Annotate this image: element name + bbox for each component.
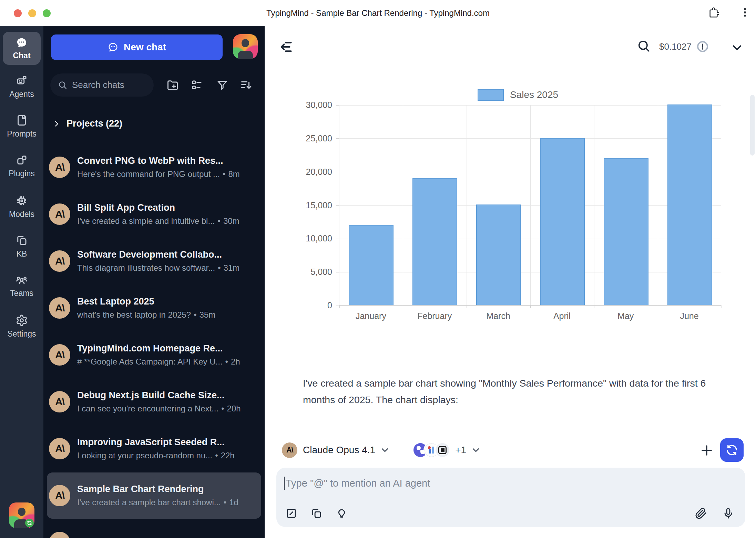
edit-canvas-icon[interactable] xyxy=(285,507,297,519)
chat-list-item[interactable]: A\Best Laptop 2025what's the best laptop… xyxy=(47,285,261,331)
anthropic-logo: A\ xyxy=(49,438,70,459)
chart-x-axis: JanuaryFebruaryMarchAprilMayJune xyxy=(339,311,721,321)
plugins-selector[interactable] xyxy=(412,442,450,458)
chat-preview: I can see you're encountering a Next...•… xyxy=(77,404,241,414)
chart-bar xyxy=(604,158,648,305)
legend-swatch xyxy=(478,89,504,101)
cost-value: $0.1027 xyxy=(659,41,692,52)
chat-list: A\Convert PNG to WebP with Res...Here's … xyxy=(43,144,265,538)
scrollbar-thumb[interactable] xyxy=(750,95,755,156)
chat-timestamp: 1d xyxy=(229,498,238,507)
collapse-sidebar-icon[interactable] xyxy=(279,39,295,55)
chat-list-item[interactable]: A\Software Development Collabo...This di… xyxy=(47,238,261,284)
nav-item-kb[interactable]: KB xyxy=(0,231,43,261)
chat-timestamp: 8m xyxy=(228,169,240,179)
chat-list-item[interactable]: A\Sample Bar Chart RenderingI've created… xyxy=(47,472,261,519)
nav-item-models[interactable]: Models xyxy=(0,191,43,222)
anthropic-logo: A\ xyxy=(49,157,70,178)
chat-preview: Looking at your pseudo-random nu...•22h xyxy=(77,451,235,460)
chat-list-item[interactable]: A\Debug Next.js Build Cache Size...I can… xyxy=(47,379,261,425)
projects-section-toggle[interactable]: Projects (22) xyxy=(52,118,122,129)
model-selector[interactable]: Claude Opus 4.1 xyxy=(303,445,375,456)
anthropic-logo: A\ xyxy=(49,344,70,366)
chip-icon xyxy=(16,195,28,207)
chat-preview: I've created a simple and intuitive bi..… xyxy=(77,216,239,226)
chat-preview: # **Google Ads Campaign: API Key U...•2h xyxy=(77,357,240,367)
anthropic-logo: A\ xyxy=(49,203,70,225)
x-axis-label: March xyxy=(467,311,530,321)
nav-item-label: Models xyxy=(9,210,34,219)
chat-list-item[interactable]: A\Improving JavaScript Seeded R...Lookin… xyxy=(47,426,261,472)
nav-item-settings[interactable]: Settings xyxy=(0,311,43,341)
chart-y-axis: 05,00010,00015,00020,00025,00030,000 xyxy=(298,105,339,306)
chat-preview: Here's the command for PNG output ...•8m xyxy=(77,169,240,179)
nav-item-plugins[interactable]: Plugins xyxy=(0,151,43,181)
chat-timestamp: 20h xyxy=(227,404,241,413)
chevron-down-icon[interactable] xyxy=(471,445,481,455)
regenerate-button[interactable] xyxy=(720,438,744,462)
chat-list-item[interactable]: A\Bill Split App CreationI've created a … xyxy=(47,191,261,237)
chart-bar xyxy=(667,104,712,305)
sort-descending-icon[interactable] xyxy=(240,79,253,91)
usage-cost-badge[interactable]: $0.1027 xyxy=(659,40,709,53)
chat-title: Improving JavaScript Seeded R... xyxy=(77,437,235,448)
chat-bubble-icon xyxy=(16,37,28,49)
copies-icon[interactable] xyxy=(310,507,323,519)
search-conversation-icon[interactable] xyxy=(637,39,651,53)
chat-preview: what's the best laptop in 2025?•35m xyxy=(77,310,215,320)
nav-item-agents[interactable]: Agents xyxy=(0,71,43,102)
projects-label: Projects (22) xyxy=(67,118,122,129)
list-view-icon[interactable] xyxy=(191,79,203,91)
profile-avatar[interactable] xyxy=(233,34,258,59)
chat-title: Bill Split App Creation xyxy=(77,202,239,213)
chat-list-item[interactable]: A\TypingMind.com Homepage Re...# **Googl… xyxy=(47,332,261,378)
chart-bar xyxy=(540,138,585,305)
chat-title: Software Development Collabo... xyxy=(77,249,239,260)
composer-input[interactable]: Type "@" to mention an AI agent xyxy=(284,477,430,490)
microphone-icon[interactable] xyxy=(722,507,734,519)
add-attachment-plus-icon[interactable] xyxy=(699,443,714,458)
user-avatar[interactable] xyxy=(9,502,34,528)
avatar-photo xyxy=(238,39,253,57)
robot-agent-icon xyxy=(16,74,28,87)
nav-item-label: KB xyxy=(17,249,27,259)
sync-status-icon xyxy=(25,519,34,527)
chevron-right-icon xyxy=(52,120,61,128)
new-folder-icon[interactable] xyxy=(166,79,179,91)
extensions-puzzle-icon[interactable] xyxy=(708,7,719,18)
anthropic-logo: A\ xyxy=(49,485,70,506)
window-title: TypingMind - Sample Bar Chart Rendering … xyxy=(0,0,756,26)
app-window: TypingMind - Sample Bar Chart Rendering … xyxy=(0,0,756,538)
nav-item-teams[interactable]: Teams xyxy=(0,270,43,301)
nav-item-chat[interactable]: Chat xyxy=(3,32,41,65)
chat-title: TypingMind.com Homepage Re... xyxy=(77,343,240,354)
search-placeholder: Search chats xyxy=(72,80,124,90)
paperclip-icon[interactable] xyxy=(695,507,707,519)
x-axis-label: February xyxy=(403,311,467,321)
chevron-down-icon[interactable] xyxy=(731,41,744,54)
x-axis-label: May xyxy=(594,311,657,321)
nav-rail: Chat Agents Prompts xyxy=(0,26,43,538)
chat-title: Best Laptop 2025 xyxy=(77,296,215,307)
search-chats-input[interactable]: Search chats xyxy=(50,73,154,97)
lightbulb-icon[interactable] xyxy=(336,507,348,519)
nav-item-label: Settings xyxy=(7,329,36,339)
nav-item-label: Plugins xyxy=(9,169,34,178)
browser-menu-kebab-icon[interactable] xyxy=(739,7,750,18)
model-selector-row: A\ Claude Opus 4.1 +1 xyxy=(282,438,481,462)
new-chat-button[interactable]: New chat xyxy=(51,34,223,60)
nav-item-prompts[interactable]: Prompts xyxy=(0,111,43,141)
chat-timestamp: 22h xyxy=(221,451,235,460)
x-axis-label: January xyxy=(339,311,403,321)
chevron-down-icon[interactable] xyxy=(380,445,390,455)
chat-list-item[interactable]: A\Add Dark Mode to PluginPermi... xyxy=(47,519,261,538)
chat-bubble-outline-icon xyxy=(108,42,119,53)
new-chat-label: New chat xyxy=(124,42,166,53)
main-panel: $0.1027 Sales 2025 05,00010,00015,00020,… xyxy=(265,26,756,538)
message-composer[interactable]: Type "@" to mention an AI agent xyxy=(276,468,745,527)
text-caret xyxy=(284,477,285,490)
more-plugins-count[interactable]: +1 xyxy=(455,445,466,456)
filter-funnel-icon[interactable] xyxy=(216,79,228,91)
chat-list-item[interactable]: A\Convert PNG to WebP with Res...Here's … xyxy=(47,144,261,190)
chart-bar xyxy=(476,205,521,305)
